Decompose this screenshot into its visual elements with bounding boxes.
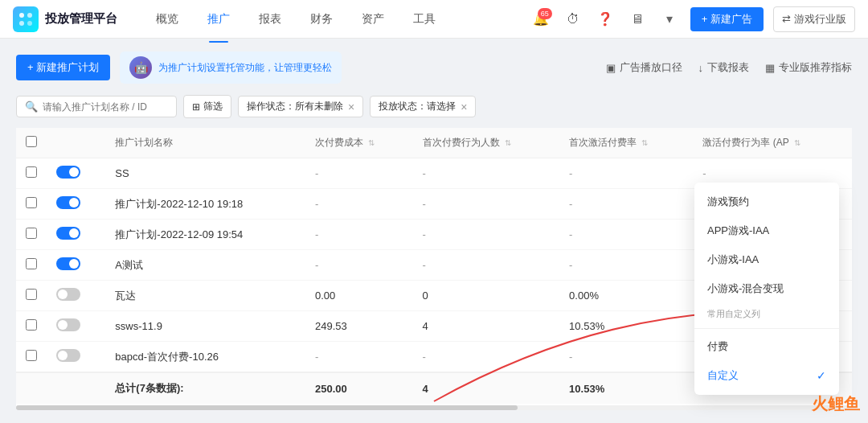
row-checkbox[interactable] (26, 197, 37, 208)
row-toggle-cell[interactable] (47, 189, 105, 220)
expert-icon: ▦ (765, 62, 775, 74)
nav-item-report[interactable]: 报表 (246, 7, 294, 31)
svg-point-1 (27, 13, 32, 18)
row-name: 推广计划-2022-12-10 19:18 (105, 189, 305, 220)
footer-empty (16, 372, 105, 404)
row-checkbox-cell[interactable] (16, 189, 47, 220)
row-checkbox-cell[interactable] (16, 158, 47, 189)
row-first-pay: 4 (413, 311, 560, 342)
search-input[interactable] (43, 101, 168, 113)
row-first-pay: - (413, 250, 560, 281)
svg-point-0 (19, 13, 24, 18)
row-checkbox[interactable] (26, 319, 37, 331)
ad-path-label: 广告播放口径 (620, 60, 682, 75)
select-all-header[interactable] (16, 128, 47, 158)
dropdown-item[interactable]: 小游戏-混合变现 (694, 274, 839, 303)
row-first-active: - (559, 250, 693, 281)
download-action[interactable]: ↓ 下载报表 (698, 60, 750, 75)
status-filter-close[interactable]: × (348, 101, 354, 113)
industry-button[interactable]: ⇄ 游戏行业版 (773, 6, 855, 32)
row-checkbox[interactable] (26, 350, 37, 361)
row-checkbox[interactable] (26, 289, 37, 300)
nav-items: 概览 推广 报表 财务 资产 工具 (143, 7, 530, 31)
col-cost[interactable]: 次付费成本 ⇅ (305, 128, 413, 158)
toggle-switch[interactable] (56, 196, 80, 209)
toggle-switch[interactable] (56, 349, 80, 362)
ad-path-action[interactable]: ▣ 广告播放口径 (606, 60, 682, 75)
toggle-switch[interactable] (56, 227, 80, 240)
nav-item-finance[interactable]: 财务 (297, 7, 346, 31)
col-active-pay[interactable]: 激活付费行为率 (AP ⇅ (693, 128, 852, 158)
download-icon: ↓ (698, 62, 704, 74)
row-name: ssws-11.9 (105, 311, 305, 342)
row-checkbox-cell[interactable] (16, 250, 47, 281)
chevron-down-icon[interactable]: ▾ (658, 8, 681, 31)
row-checkbox[interactable] (26, 258, 37, 269)
help-icon[interactable]: ❓ (594, 8, 616, 31)
row-first-active: - (559, 158, 693, 189)
delivery-filter-close[interactable]: × (461, 101, 467, 113)
status-filter-tag[interactable]: 操作状态：所有未删除 × (238, 96, 363, 117)
notification-bell[interactable]: 🔔 65 (530, 8, 552, 31)
nav-item-promotion[interactable]: 推广 (194, 7, 243, 31)
select-all-checkbox[interactable] (26, 136, 37, 147)
logo-area: 投放管理平台 (13, 6, 117, 32)
row-toggle-cell[interactable] (47, 220, 105, 250)
row-toggle-cell[interactable] (47, 342, 105, 373)
toggle-switch[interactable] (56, 318, 80, 331)
page-body: + 新建推广计划 🤖 为推广计划设置托管功能，让管理更轻松 ▣ 广告播放口径 ↓… (0, 39, 868, 423)
dropdown-section-title: 常用自定义列 (694, 303, 839, 325)
delivery-filter-tag[interactable]: 投放状态：请选择 × (370, 96, 476, 117)
dropdown-item[interactable]: APP游戏-IAA (694, 216, 839, 245)
expert-action[interactable]: ▦ 专业版推荐指标 (765, 60, 852, 75)
new-ad-button[interactable]: + 新建广告 (690, 7, 764, 31)
filter-button[interactable]: ⊞ 筛选 (183, 95, 231, 118)
status-filter-text: 操作状态：所有未删除 (247, 100, 343, 113)
row-cost: - (305, 220, 413, 250)
row-first-active: 10.53% (559, 311, 693, 342)
dropdown-item[interactable]: 自定义✓ (694, 361, 839, 390)
row-checkbox[interactable] (26, 228, 37, 239)
search-box[interactable]: 🔍 (16, 96, 177, 117)
row-toggle-cell[interactable] (47, 250, 105, 281)
nav-item-assets[interactable]: 资产 (349, 7, 397, 31)
scroll-bar[interactable] (16, 405, 852, 410)
footer-cost: 250.00 (305, 372, 413, 404)
dropdown-item-label: 小游戏-IAA (707, 253, 759, 267)
notification-badge: 65 (538, 8, 552, 19)
row-cost: 0.00 (305, 281, 413, 311)
row-toggle-cell[interactable] (47, 311, 105, 342)
new-campaign-button[interactable]: + 新建推广计划 (16, 55, 110, 80)
row-checkbox-cell[interactable] (16, 311, 47, 342)
monitor-icon[interactable]: 🖥 (626, 8, 649, 31)
col-first-active[interactable]: 首次激活付费率 ⇅ (559, 128, 693, 158)
row-toggle-cell[interactable] (47, 158, 105, 189)
filter-icon: ⊞ (192, 101, 200, 113)
ai-banner: 🤖 为推广计划设置托管功能，让管理更轻松 (120, 51, 342, 84)
dropdown-item-label: APP游戏-IAA (707, 224, 769, 238)
row-first-active: - (559, 189, 693, 220)
dropdown-divider (694, 328, 839, 329)
logo-icon (13, 6, 39, 32)
nav-item-overview[interactable]: 概览 (143, 7, 191, 31)
nav-item-tools[interactable]: 工具 (400, 7, 448, 31)
dropdown-item[interactable]: 小游戏-IAA (694, 245, 839, 274)
task-icon[interactable]: ⏱ (562, 8, 584, 31)
dropdown-item[interactable]: 付费 (694, 332, 839, 361)
row-checkbox-cell[interactable] (16, 342, 47, 373)
row-first-pay: - (413, 342, 560, 373)
toggle-switch[interactable] (56, 288, 80, 301)
col-first-pay[interactable]: 首次付费行为人数 ⇅ (413, 128, 560, 158)
row-checkbox-cell[interactable] (16, 281, 47, 311)
toolbar: + 新建推广计划 🤖 为推广计划设置托管功能，让管理更轻松 ▣ 广告播放口径 ↓… (16, 51, 852, 84)
row-checkbox[interactable] (26, 166, 37, 178)
svg-point-2 (19, 21, 24, 26)
app-title: 投放管理平台 (45, 11, 117, 27)
dropdown-item-label: 游戏预约 (707, 195, 749, 209)
toggle-switch[interactable] (56, 166, 80, 179)
footer-first-active: 10.53% (559, 372, 693, 404)
dropdown-item[interactable]: 游戏预约 (694, 187, 839, 216)
row-checkbox-cell[interactable] (16, 220, 47, 250)
toggle-switch[interactable] (56, 257, 80, 270)
row-toggle-cell[interactable] (47, 281, 105, 311)
